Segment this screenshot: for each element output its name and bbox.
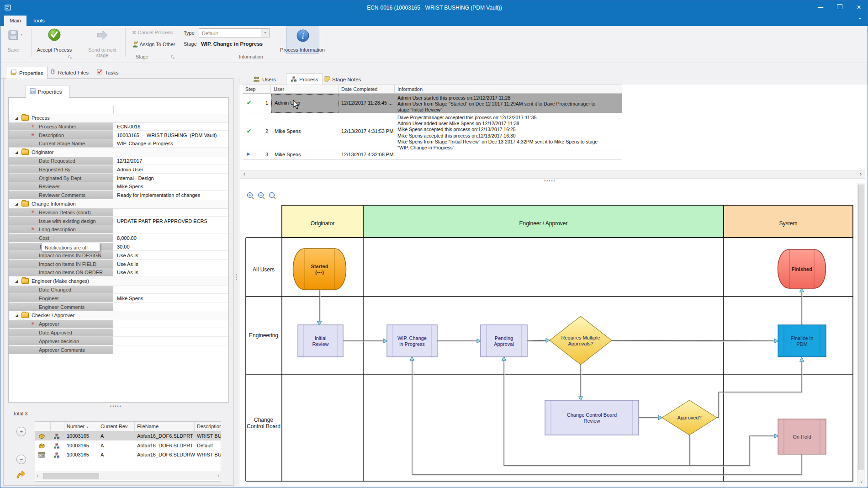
col-user[interactable]: User: [271, 85, 339, 93]
files-hscrollbar[interactable]: ‹ ›: [35, 472, 221, 480]
inner-tab-properties[interactable]: Properties: [26, 85, 69, 98]
grid-row-category[interactable]: Originator: [9, 148, 228, 157]
grid-row-field[interactable]: Revision Details (short)✳: [9, 208, 228, 217]
zoom-in-icon[interactable]: [246, 191, 255, 201]
grid-row-field[interactable]: Impact on items ON ORDERUse As Is: [9, 268, 228, 277]
field-value[interactable]: [113, 208, 228, 217]
field-value[interactable]: Mike Spens: [113, 294, 228, 302]
file-col-icon1[interactable]: [35, 422, 51, 431]
field-label[interactable]: Reviewer Comments: [9, 191, 113, 199]
node-initial-review[interactable]: InitialReview: [298, 325, 343, 357]
grid-row-field[interactable]: Cost8,000.00: [9, 234, 228, 243]
grid-header-label-col[interactable]: [9, 106, 114, 114]
node-change-control-board-review[interactable]: Change Control BoardReview: [545, 400, 639, 435]
dialog-launcher-icon[interactable]: [68, 53, 73, 62]
expand-icon[interactable]: [15, 203, 18, 206]
file-row[interactable]: 10003165AAbfan16_DOF6.SLDPRTWRIST BUS: [35, 431, 221, 440]
step-user[interactable]: Mike Spens: [275, 152, 301, 157]
grid-row-field[interactable]: Impact on items IN DESIGNUse As Is: [9, 251, 228, 260]
col-information[interactable]: Information: [395, 85, 622, 93]
field-label[interactable]: Process Number: [9, 122, 113, 131]
step-user[interactable]: Mike Spens: [275, 128, 301, 134]
field-label[interactable]: Reviewer: [9, 182, 113, 191]
field-value[interactable]: [113, 329, 228, 337]
grid-row-field[interactable]: Date Changed: [9, 286, 228, 294]
zoom-out-icon[interactable]: [257, 191, 266, 201]
close-button[interactable]: ✕: [849, 0, 868, 14]
field-value[interactable]: 8,000.00: [113, 234, 228, 242]
grid-row-field[interactable]: Approver decision: [9, 337, 228, 346]
field-label[interactable]: Requested By: [9, 165, 113, 174]
expand-icon[interactable]: [15, 280, 18, 283]
scroll-down-icon[interactable]: ∨: [857, 478, 865, 486]
zoom-fit-icon[interactable]: [268, 191, 277, 201]
field-label[interactable]: Cost: [9, 234, 113, 242]
grid-row-field[interactable]: Current Stage NameWIP. Change in Progres…: [9, 139, 228, 148]
file-col-filename[interactable]: FileName: [135, 422, 195, 431]
grid-row-field[interactable]: Engineer Comments: [9, 303, 228, 312]
grid-row-field[interactable]: Approver✳: [9, 320, 228, 329]
field-value[interactable]: UPDATE PART PER APPROVED ECRS: [113, 217, 228, 225]
grid-row-field[interactable]: Date Requested12/12/2017: [9, 157, 228, 165]
col-date-completed[interactable]: Date Completed: [339, 85, 395, 93]
save-dropdown-icon[interactable]: ▾: [21, 32, 22, 37]
cancel-process-button[interactable]: ✖ Cancel Process: [132, 30, 173, 36]
assign-to-other-button[interactable]: Assign To Other: [132, 41, 175, 48]
scroll-thumb[interactable]: [43, 473, 99, 479]
tab-process[interactable]: Process: [286, 74, 323, 85]
grid-row-category[interactable]: Process: [9, 114, 228, 123]
tab-users[interactable]: Users: [249, 74, 280, 85]
grid-row-field[interactable]: Reviewer CommentsReady for implementatio…: [9, 191, 228, 200]
field-label[interactable]: Issue with existing design: [9, 217, 113, 225]
field-label[interactable]: Revision Details (short): [9, 208, 113, 217]
type-select[interactable]: Default ▾: [199, 28, 270, 37]
node-pending-approval[interactable]: PendingApproval: [481, 325, 527, 357]
panel-splitter[interactable]: [234, 79, 239, 486]
field-value[interactable]: [113, 337, 228, 345]
file-row[interactable]: 10003165AAbfan16_DOF6.SLDPRTDefault: [35, 441, 221, 450]
scroll-right-icon[interactable]: ›: [217, 472, 219, 478]
grid-row-field[interactable]: Long description✳: [9, 225, 228, 234]
node-finished[interactable]: Finished: [778, 249, 826, 288]
flowchart-vscrollbar[interactable]: ∨: [857, 183, 865, 486]
field-label[interactable]: Current Stage Name: [9, 139, 113, 148]
file-col-description[interactable]: Description: [195, 422, 221, 431]
right-splitter-handle[interactable]: •••••: [544, 179, 556, 183]
process-step-row[interactable]: ✔2Mike Spens12/13/2017 4:31:53 PMDave Pr…: [243, 113, 622, 150]
expand-icon[interactable]: [15, 151, 18, 154]
grid-row-field[interactable]: Approver Comments: [9, 346, 228, 355]
ribbon-tab-main[interactable]: Main: [4, 16, 26, 26]
tab-properties[interactable]: Properties: [6, 67, 48, 79]
grid-row-field[interactable]: Requested ByAdmin User: [9, 165, 228, 174]
file-col-rev[interactable]: Current Rev: [98, 422, 135, 431]
field-label[interactable]: Impact on items IN FIELD: [9, 260, 113, 268]
field-value[interactable]: Use As Is: [113, 260, 228, 268]
file-col-number[interactable]: Number ▲: [64, 422, 98, 431]
field-value[interactable]: Use As Is: [113, 251, 228, 260]
tab-related-files[interactable]: Related Files: [46, 67, 93, 79]
grid-row-field[interactable]: Impact on items IN FIELDUse As Is: [9, 260, 228, 269]
node-started[interactable]: Started(•••): [293, 249, 346, 290]
field-value[interactable]: [113, 346, 228, 354]
dialog-launcher-icon[interactable]: [171, 53, 175, 62]
field-label[interactable]: Date Changed: [9, 286, 113, 294]
restore-button[interactable]: [830, 0, 849, 14]
file-col-icon2[interactable]: [51, 422, 64, 431]
field-label[interactable]: Approver decision: [9, 337, 113, 345]
grid-row-field[interactable]: ReviewerMike Spens: [9, 182, 228, 191]
grid-row-category[interactable]: Change Information: [9, 200, 228, 209]
type-dropdown-icon[interactable]: ▾: [261, 29, 269, 37]
field-value[interactable]: WIP. Change in Progress: [113, 139, 228, 148]
scroll-thumb[interactable]: [858, 185, 864, 470]
field-label[interactable]: Date Requested: [9, 157, 113, 165]
left-splitter-handle[interactable]: •••••: [110, 404, 122, 408]
field-value[interactable]: Mike Spens: [113, 182, 228, 191]
field-value[interactable]: Internal - Design: [113, 174, 228, 182]
field-label[interactable]: Engineer: [9, 294, 113, 302]
grid-row-field[interactable]: Date Approved: [9, 329, 228, 337]
field-value[interactable]: Admin User: [113, 165, 228, 174]
process-table-hscrollbar[interactable]: ‹ ›: [240, 170, 865, 179]
scroll-left-icon[interactable]: ‹: [37, 472, 38, 478]
field-value[interactable]: Use As Is: [113, 268, 228, 276]
expand-icon[interactable]: [15, 314, 18, 317]
